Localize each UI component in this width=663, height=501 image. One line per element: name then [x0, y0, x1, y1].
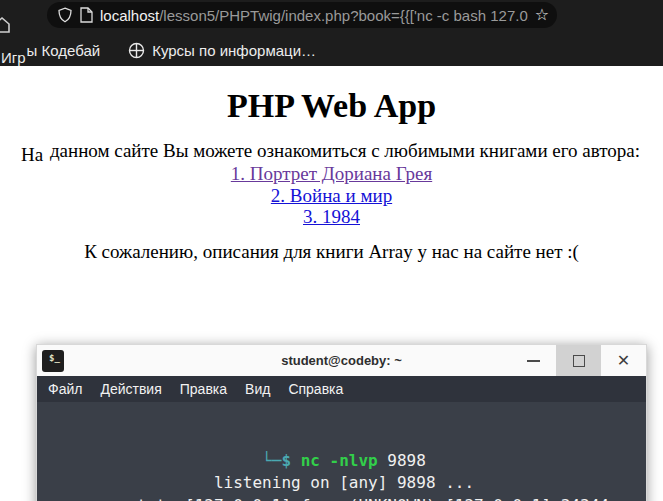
globe-icon: [128, 42, 145, 59]
terminal-menubar: ФайлДействияПравкаВидСправка: [37, 376, 646, 402]
terminal-line: └─$ nc -nlvp 9898: [42, 450, 646, 472]
shield-icon[interactable]: [57, 7, 73, 23]
terminal-output[interactable]: └─$ nc -nlvp 9898listening on [any] 9898…: [37, 402, 646, 501]
minimize-icon: [527, 360, 540, 362]
menu-item[interactable]: Правка: [180, 381, 227, 397]
close-button[interactable]: ✕: [601, 345, 646, 376]
intro-text: На данном сайте Вы можете ознакомиться с…: [0, 140, 663, 162]
web-page: PHP Web App На данном сайте Вы можете оз…: [0, 66, 663, 501]
maximize-button[interactable]: [556, 345, 601, 376]
browser-toolbar: localhost/lesson5/PHPTwig/index.php?book…: [0, 0, 663, 66]
terminal-lines: └─$ nc -nlvp 9898listening on [any] 9898…: [42, 450, 646, 501]
home-icon[interactable]: [0, 16, 11, 34]
menu-item[interactable]: Вид: [245, 381, 270, 397]
book-link[interactable]: 2. Война и мир: [0, 185, 663, 207]
url-path: /lesson5/PHPTwig/index.php?book={{['nc -…: [159, 7, 528, 24]
bookmark-infosec-courses[interactable]: Курсы по информаци…: [100, 42, 316, 59]
terminal-window: $_ student@codeby: ~ ✕ ФайлДействияПравк…: [36, 344, 647, 501]
menu-item[interactable]: Файл: [48, 381, 82, 397]
terminal-app-icon: $_: [42, 350, 64, 372]
not-found-message: К сожалению, описания для книги Array у …: [0, 241, 663, 263]
page-title: PHP Web App: [0, 87, 663, 125]
terminal-line: connect to [127.0.0.1] from (UNKNOWN) [1…: [42, 495, 646, 501]
bookmark-star-icon[interactable]: ☆: [535, 7, 549, 23]
url-host: localhost: [100, 7, 159, 24]
close-icon: ✕: [617, 351, 630, 370]
bookmark-codeby-games[interactable]: Игры Кодебай: [0, 42, 100, 59]
address-bar[interactable]: localhost/lesson5/PHPTwig/index.php?book…: [47, 2, 557, 28]
page-info-icon[interactable]: [80, 7, 93, 23]
terminal-line: listening on [any] 9898 ...: [42, 472, 646, 494]
menu-item[interactable]: Справка: [288, 381, 343, 397]
terminal-titlebar[interactable]: $_ student@codeby: ~ ✕: [37, 345, 646, 376]
window-controls: ✕: [511, 345, 646, 376]
url-text[interactable]: localhost/lesson5/PHPTwig/index.php?book…: [100, 7, 529, 24]
book-links: 1. Портрет Дориана Грея2. Война и мир3. …: [0, 163, 663, 228]
maximize-icon: [573, 355, 585, 367]
minimize-button[interactable]: [511, 345, 556, 376]
menu-item[interactable]: Действия: [100, 381, 161, 397]
book-link[interactable]: 1. Портрет Дориана Грея: [0, 163, 663, 185]
book-link[interactable]: 3. 1984: [0, 206, 663, 228]
bookmarks-bar: Игры Кодебай Курсы по информаци…: [0, 34, 663, 66]
bookmark-label: Курсы по информаци…: [152, 42, 316, 59]
